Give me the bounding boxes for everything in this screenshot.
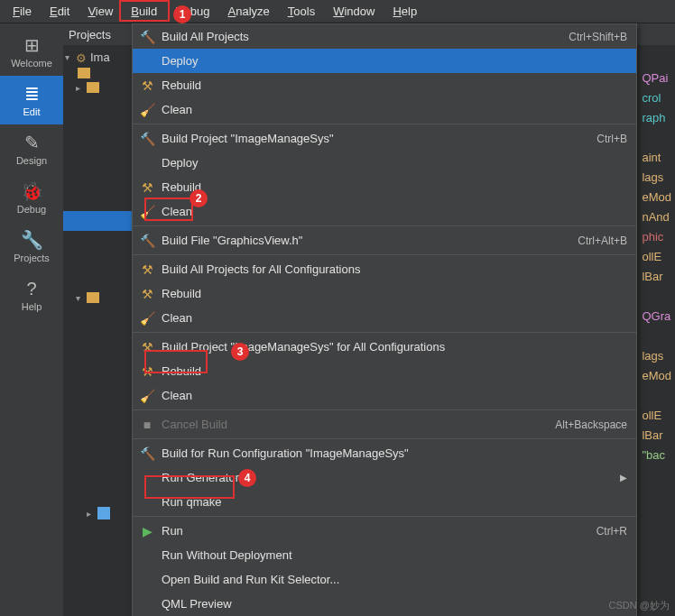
menu-item-rebuild[interactable]: ⚒Rebuild [133,73,636,97]
menu-item-clean[interactable]: 🧹Clean [133,383,636,408]
menu-tools[interactable]: Tools [279,2,324,21]
menu-item-clean[interactable]: 🧹Clean [133,97,636,122]
menu-shortcut: Ctrl+B [596,133,627,145]
broom-icon: 🧹 [138,311,156,326]
help-icon: ? [26,279,36,299]
menu-item-deploy[interactable]: Deploy [133,49,636,73]
hammers-icon: ⚒ [138,340,156,354]
menu-shortcut: Ctrl+Alt+B [578,234,627,247]
mode-edit[interactable]: ≣Edit [0,76,63,124]
welcome-icon: ⊞ [24,34,40,56]
mode-label: Help [22,301,42,312]
mode-help[interactable]: ?Help [0,271,63,319]
edit-icon: ≣ [24,83,40,105]
code-snippet: QPaicrolraph aintlagseModnAndphicollElBa… [642,69,671,465]
menu-item-qml-preview[interactable]: QML Preview [133,592,636,616]
header-file-icon [97,507,110,519]
mode-projects[interactable]: 🔧Projects [0,222,63,271]
menu-item-build-project-imagemanagesys-for-all-configurations[interactable]: ⚒Build Project "ImageManageSys" for All … [133,335,636,359]
menu-item-deploy[interactable]: Deploy [133,151,636,175]
menu-item-label: Build Project "ImageManageSys" [162,132,596,145]
project-tree[interactable]: ▾ ⚙ Ima ▸ [63,45,133,98]
menu-item-clean[interactable]: 🧹Clean [133,199,636,224]
menu-item-run[interactable]: ▶RunCtrl+R [133,519,636,543]
folder-icon [87,82,99,93]
project-tree-lower2[interactable]: ▸ [63,501,112,525]
menu-item-rebuild[interactable]: ⚒Rebuild [133,281,636,306]
mode-label: Design [16,155,47,166]
menu-file[interactable]: File [4,2,41,21]
menu-help[interactable]: Help [384,2,426,21]
menu-item-label: QML Preview [162,597,627,611]
tree-folder-row[interactable]: ▸ [65,80,131,95]
hammers-icon: ⚒ [138,78,156,93]
design-icon: ✎ [24,132,40,153]
tree-header-row[interactable]: ▸ [65,505,110,521]
menu-view[interactable]: View [79,2,122,21]
hammers-icon: ⚒ [138,262,156,277]
menu-item-rebuild[interactable]: ⚒Rebuild [133,359,636,383]
menu-item-label: Clean [162,311,627,325]
menu-edit[interactable]: Edit [41,2,79,21]
menu-item-build-for-run-configuration-imagemanagesys[interactable]: 🔨Build for Run Configuration "ImageManag… [133,441,636,465]
project-tree-lower[interactable]: ▾ [63,287,101,308]
menu-build[interactable]: Build [122,2,166,21]
chevron-right-icon: ▸ [76,83,85,93]
debug-icon: 🐞 [21,180,43,202]
menu-separator [133,124,636,124]
mode-bar: ⊞Welcome≣Edit✎Design🐞Debug🔧Projects?Help [0,23,63,616]
project-icon: ⚙ [76,51,88,64]
menu-item-label: Build File "GraphicsView.h" [162,234,578,247]
tree-selection [63,211,133,231]
menu-separator [133,409,636,410]
menu-item-label: Run [162,524,596,538]
menu-item-build-project-imagemanagesys[interactable]: 🔨Build Project "ImageManageSys"Ctrl+B [133,126,636,151]
chevron-down-icon: ▾ [65,52,74,62]
callout-number-2: 2 [190,189,208,207]
menu-item-label: Deploy [162,156,627,170]
callout-number-1: 1 [173,5,191,23]
menu-shortcut: Ctrl+R [596,525,627,538]
tree-root-row[interactable]: ▾ ⚙ Ima [65,49,131,66]
menu-item-label: Build for Run Configuration "ImageManage… [162,446,627,460]
menu-item-open-build-and-run-kit-selector[interactable]: Open Build and Run Kit Selector... [133,567,636,592]
menu-item-label: Open Build and Run Kit Selector... [162,573,627,586]
menu-separator [133,332,636,333]
chevron-right-icon: ▸ [87,509,96,519]
mode-label: Debug [17,204,46,215]
mode-welcome[interactable]: ⊞Welcome [0,27,63,76]
tree-folder-row[interactable] [65,66,131,80]
menu-separator [133,438,636,439]
menu-item-run-qmake[interactable]: Run qmake [133,490,636,514]
menu-item-build-all-projects-for-all-configurations[interactable]: ⚒Build All Projects for All Configuratio… [133,257,636,281]
menu-analyze[interactable]: Analyze [219,2,279,21]
menu-item-run-generator[interactable]: Run Generator▶ [133,465,636,490]
menu-item-run-without-deployment[interactable]: Run Without Deployment [133,543,636,567]
menu-item-label: Clean [162,389,627,402]
broom-icon: 🧹 [138,205,156,219]
folder-icon [78,68,90,78]
menu-shortcut: Alt+Backspace [555,418,627,431]
play-icon: ▶ [138,524,156,538]
menu-item-label: Cancel Build [162,418,555,431]
broom-icon: 🧹 [138,103,156,117]
menu-separator [133,225,636,226]
hammers-icon: ⚒ [138,180,156,195]
menu-item-build-all-projects[interactable]: 🔨Build All ProjectsCtrl+Shift+B [133,24,636,49]
menu-item-clean[interactable]: 🧹Clean [133,306,636,330]
hammer-icon: 🔨 [138,30,156,44]
menu-separator [133,254,636,255]
hammers-icon: ⚒ [138,287,156,301]
menu-window[interactable]: Window [324,2,384,21]
menu-item-build-file-graphicsview-h[interactable]: 🔨Build File "GraphicsView.h"Ctrl+Alt+B [133,228,636,253]
mode-design[interactable]: ✎Design [0,124,63,173]
mode-label: Projects [14,253,50,263]
mode-debug[interactable]: 🐞Debug [0,173,63,222]
menu-item-label: Run Without Deployment [162,548,627,562]
menu-item-label: Deploy [162,54,627,68]
tree-folder-row[interactable]: ▾ [65,290,99,305]
menu-item-label: Rebuild [162,78,627,92]
menu-item-rebuild[interactable]: ⚒Rebuild [133,175,636,199]
hammer-icon: 🔨 [138,446,156,461]
build-menu: 🔨Build All ProjectsCtrl+Shift+BDeploy⚒Re… [132,23,637,616]
